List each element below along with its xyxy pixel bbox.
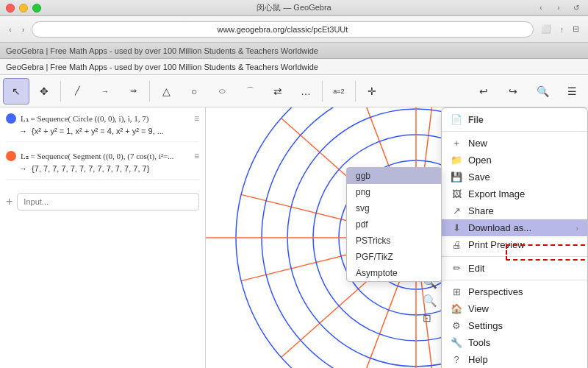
browser-chrome: ‹ › www.geogebra.org/classic/pcEt3UUt ⬜ …	[0, 16, 588, 43]
submenu-ggb[interactable]: ggb	[347, 168, 441, 184]
tools-label: Tools	[468, 337, 578, 348]
fit-screen-icon[interactable]: ⊡	[423, 312, 437, 324]
menu-settings[interactable]: ⚙ Settings	[442, 317, 587, 334]
menu-section-file: 📄 File	[442, 108, 587, 131]
eq-result-1: → {x² + y² = 1, x² + y² = 4, x² + y² = 9…	[19, 127, 199, 135]
menu-save[interactable]: 💾 Save	[442, 169, 587, 185]
canvas-area[interactable]: 📄 File + New 📁 Open 💾 Save 🖼	[206, 107, 588, 368]
help-label: Help	[468, 354, 578, 365]
tool-abc[interactable]: a=2	[326, 78, 352, 105]
tool-polygon[interactable]: △	[153, 78, 179, 105]
menu-export[interactable]: 🖼 Export Image	[442, 185, 587, 202]
save-label: Save	[468, 171, 578, 183]
menu-download[interactable]: ⬇ Download as... ›	[442, 219, 587, 236]
menu-perspectives[interactable]: ⊞ Perspectives	[442, 283, 587, 300]
menu-new[interactable]: + New	[442, 135, 587, 152]
zoom-out-icon[interactable]: 🔍	[423, 294, 437, 308]
toolbar: ↖ ✥ ╱ → ⇒ △ ○ ⬭ ⌒ ⇄ … a=2 ✛ ↩ ↪ 🔍 ☰	[0, 75, 588, 107]
menu-print[interactable]: 🖨 Print Preview	[442, 236, 587, 253]
nav-back[interactable]: ‹	[535, 2, 547, 14]
separator-2	[149, 81, 150, 102]
redo-button[interactable]: ↪	[500, 78, 526, 105]
eq-header-1: L₁ = Sequence( Circle ((0, 0), i), i, 1,…	[6, 113, 199, 124]
tab-title[interactable]: GeoGebra | Free Math Apps - used by over…	[6, 46, 318, 55]
menu-section-edit: ✏ Edit	[442, 256, 587, 280]
eq-result-2: → {7, 7, 7, 7, 7, 7, 7, 7, 7, 7, 7, 7, 7…	[19, 164, 199, 173]
settings-label: Settings	[468, 320, 578, 331]
eq-icon-2[interactable]: ≡	[194, 151, 199, 161]
app-header: GeoGebra | Free Math Apps - used by over…	[0, 59, 588, 75]
file-icon: 📄	[451, 114, 462, 125]
nav-refresh[interactable]: ↺	[570, 2, 582, 14]
menu-section-more: ⊞ Perspectives 🏠 View ⚙ Settings 🔧 Tools…	[442, 280, 587, 368]
export-label: Export Image	[468, 188, 578, 199]
main-content: L₁ = Sequence( Circle ((0, 0), i), i, 1,…	[0, 107, 588, 368]
hamburger-button[interactable]: ☰	[559, 78, 585, 105]
toolbar-right: ↩ ↪ 🔍 ☰	[470, 78, 585, 105]
sidebar-btn[interactable]: ⊟	[570, 23, 582, 35]
menu-tools[interactable]: 🔧 Tools	[442, 334, 587, 351]
submenu-pstricks[interactable]: PSTricks	[347, 233, 441, 249]
tool-ellipse[interactable]: ⬭	[209, 78, 235, 105]
tab-bar: GeoGebra | Free Math Apps - used by over…	[0, 43, 588, 59]
browser-right: ⬜ ↑ ⊟	[538, 23, 583, 35]
app-header-label: GeoGebra | Free Math Apps - used by over…	[6, 63, 318, 71]
menu-view[interactable]: 🏠 View	[442, 300, 587, 317]
sidebar: L₁ = Sequence( Circle ((0, 0), i), i, 1,…	[0, 107, 206, 368]
menu-open[interactable]: 📁 Open	[442, 152, 587, 169]
new-label: New	[468, 138, 578, 149]
close-button[interactable]	[6, 4, 15, 13]
browser-forward[interactable]: ›	[19, 24, 28, 35]
view-icon: 🏠	[451, 303, 462, 314]
open-label: Open	[468, 155, 578, 166]
eq-color-1	[6, 113, 16, 124]
submenu-pgf[interactable]: PGF/TikZ	[347, 249, 441, 265]
tool-reflect[interactable]: ⇄	[265, 78, 291, 105]
minimize-button[interactable]	[19, 4, 28, 13]
submenu-svg[interactable]: svg	[347, 200, 441, 216]
tool-circle[interactable]: ○	[181, 78, 207, 105]
help-icon: ?	[451, 354, 462, 365]
maximize-button[interactable]	[32, 4, 41, 13]
menu-help[interactable]: ? Help	[442, 351, 587, 368]
search-button[interactable]: 🔍	[529, 78, 556, 105]
dropdown-menu: 📄 File + New 📁 Open 💾 Save 🖼	[441, 107, 588, 368]
input-row: +	[6, 188, 199, 215]
undo-button[interactable]: ↩	[470, 78, 497, 105]
title-bar: 闵心鼠 — GeoGebra ‹ › ↺	[0, 0, 588, 16]
share-icon: ↗	[451, 205, 462, 216]
title-bar-controls: ‹ › ↺	[535, 2, 582, 14]
tool-more1[interactable]: …	[293, 78, 319, 105]
export-icon: 🖼	[451, 188, 462, 199]
tools-icon: 🔧	[451, 337, 462, 348]
browser-back[interactable]: ‹	[6, 24, 15, 35]
view-label: View	[468, 303, 578, 314]
file-label: File	[468, 115, 578, 125]
download-icon: ⬇	[451, 222, 462, 233]
download-label: Download as...	[468, 222, 570, 233]
edit-icon: ✏	[451, 263, 462, 274]
tool-move[interactable]: ✥	[31, 78, 57, 105]
nav-forward[interactable]: ›	[553, 2, 564, 14]
tool-ray[interactable]: ⇒	[120, 78, 146, 105]
submenu-asymptote[interactable]: Asymptote	[347, 265, 441, 281]
share-btn[interactable]: ↑	[557, 24, 567, 35]
tool-segment[interactable]: →	[92, 78, 118, 105]
url-bar[interactable]: www.geogebra.org/classic/pcEt3UUt	[32, 21, 533, 38]
tool-select[interactable]: ↖	[3, 78, 29, 105]
menu-edit[interactable]: ✏ Edit	[442, 260, 587, 277]
tool-pan[interactable]: ✛	[359, 78, 385, 105]
menu-file-header[interactable]: 📄 File	[442, 111, 587, 128]
tool-line[interactable]: ╱	[64, 78, 90, 105]
bookmark-btn[interactable]: ⬜	[538, 23, 554, 35]
tool-conic[interactable]: ⌒	[237, 78, 263, 105]
perspectives-icon: ⊞	[451, 286, 462, 297]
print-label: Print Preview	[468, 239, 578, 250]
separator-4	[355, 81, 356, 102]
menu-share[interactable]: ↗ Share	[442, 202, 587, 219]
submenu-pdf[interactable]: pdf	[347, 216, 441, 233]
equation-input[interactable]	[17, 193, 199, 210]
add-button[interactable]: +	[6, 195, 12, 208]
eq-icon-1[interactable]: ≡	[194, 113, 199, 124]
submenu-png[interactable]: png	[347, 184, 441, 200]
